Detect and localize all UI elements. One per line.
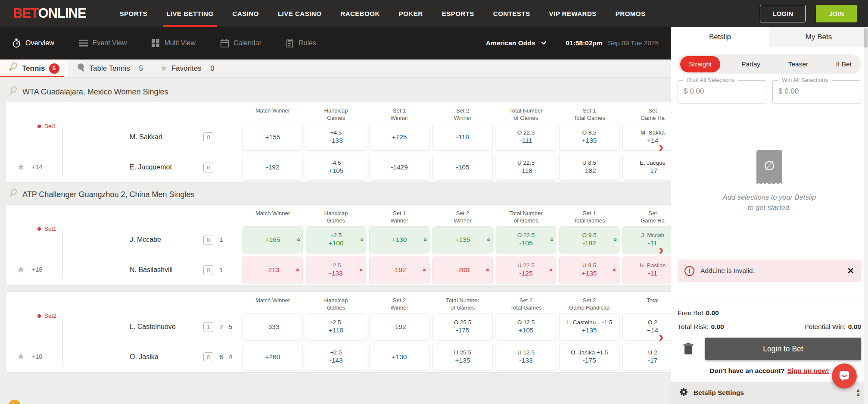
odds-cell[interactable]: -105 [432,154,493,181]
join-button[interactable]: JOIN [816,5,857,22]
toolbar-item-overview[interactable]: Overview [12,38,54,48]
risk-all-selections-field[interactable]: Risk All Selections $ 0.00 [678,80,766,103]
odds-cell[interactable]: +130» [369,226,429,253]
odds-cell[interactable]: -192 [243,154,303,181]
odds-cell[interactable]: +2.5-143 [306,344,366,370]
odds-cell[interactable]: E. Jacque-17 [622,154,671,181]
odds-cell[interactable]: -1429 [369,154,429,181]
odds-cell[interactable]: O 25.5-175 [432,313,493,340]
stake-fields: Risk All Selections $ 0.00 Win All Selec… [678,80,861,103]
odds-cell[interactable]: -213» [243,257,303,283]
nav-item-esports[interactable]: ESPORTS [442,0,474,27]
odds-cell[interactable]: -333 [243,313,303,340]
odds-cell[interactable]: -2.5-133» [306,257,366,283]
odds-cell[interactable]: +725 [369,124,429,150]
live-chat-button[interactable] [832,363,857,388]
nav-item-poker[interactable]: POKER [399,0,423,27]
odds-cell[interactable]: O 22.5-105» [496,226,556,253]
nav-item-vip-rewards[interactable]: VIP REWARDS [549,0,597,27]
odds-value: -133 [519,356,532,365]
nav-item-live-betting[interactable]: LIVE BETTING [166,0,213,27]
collapse-chevron-up-icon[interactable]: »» [856,389,859,397]
grid-icon [152,39,159,47]
odds-line-label: -2.5 [331,319,341,326]
odds-cell[interactable]: O 9.5-182» [559,226,619,253]
login-button[interactable]: LOGIN [760,5,806,22]
nav-item-live-casino[interactable]: LIVE CASINO [278,0,321,27]
odds-cell[interactable]: O 22.5-111 [496,124,556,150]
odds-cell[interactable]: U 22.5-125» [496,257,556,283]
bet-type-if-bet[interactable]: If Bet [829,56,859,72]
bet-type-teaser[interactable]: Teaser [781,56,815,72]
nav-item-sports[interactable]: SPORTS [120,0,148,27]
auth-buttons: LOGIN JOIN [760,5,857,22]
odds-cell[interactable]: +260 [243,344,303,370]
odds-cell[interactable]: -4.5+105 [306,154,366,181]
nav-item-casino[interactable]: CASINO [233,0,259,27]
odds-cell[interactable]: O. Jasika +1.5-175 [559,344,619,370]
scrollbar-thumb[interactable] [864,28,868,48]
nav-item-promos[interactable]: PROMOS [616,0,646,27]
odds-cell[interactable]: -118 [432,124,493,150]
player-name: J. Mccabe [130,236,200,244]
close-icon[interactable]: ✕ [847,266,854,276]
odds-cell[interactable]: +165» [243,226,303,253]
favorite-toggle[interactable]: ★+10 [17,352,42,361]
odds-cell[interactable]: U 9.5+135» [559,257,619,283]
more-markets-chevron[interactable]: › [659,140,663,153]
favorite-toggle[interactable]: ★+18 [17,265,42,274]
odds-column-header: Total Numberof Games [432,297,493,311]
odds-cell[interactable]: U 12.5-133 [496,344,556,370]
win-all-selections-field[interactable]: Win All Selections $ 0.00 [772,80,861,103]
odds-cell[interactable]: +130 [369,344,429,370]
odds-cell[interactable]: U 2-17 [622,344,671,370]
toolbar-item-calendar[interactable]: Calendar [221,39,261,47]
odds-cell[interactable]: L. Castelnu... -1.5+135 [559,313,619,340]
current-game-score-box: 0 [203,163,213,172]
scrollbar-track[interactable] [864,27,868,404]
toolbar-item-rules[interactable]: Rules [286,39,316,47]
odds-cell[interactable]: -2.5+110 [306,313,366,340]
more-markets-chevron[interactable]: › [659,330,663,343]
odds-cell[interactable]: +2.5+100» [306,226,366,253]
sport-tab-table-tennis[interactable]: Table Tennis 5 [68,60,152,77]
odds-cell[interactable]: -200» [432,257,493,283]
sport-tab-tennis[interactable]: Tennis 5 [0,60,68,77]
odds-cell[interactable]: +155 [243,124,303,150]
odds-cell[interactable]: -192 [369,313,429,340]
bet-type-straight[interactable]: Straight [680,56,720,72]
odds-cell[interactable]: U 8.5-182 [559,154,619,181]
set-score: 6 [219,353,223,361]
nav-item-racebook[interactable]: RACEBOOK [340,0,380,27]
favorite-toggle[interactable]: ★+14 [17,163,42,171]
sport-tab-favorites[interactable]: ★ Favorites 0 [152,60,223,77]
odds-cell[interactable]: +4.5-133 [306,124,366,150]
toolbar-item-event-view[interactable]: Event View [79,39,127,47]
odds-cell[interactable]: -192» [369,257,429,283]
sign-up-now-link[interactable]: Sign up now! [787,367,829,374]
list-icon [79,40,88,47]
odds-cell[interactable]: N. Basilas-11» [622,257,671,283]
trash-icon[interactable] [683,342,694,355]
star-icon: ★ [160,63,168,73]
betonline-logo[interactable]: BETONLINE [13,6,86,21]
odds-cell[interactable]: O 12.5+105 [496,313,556,340]
login-to-bet-button[interactable]: Login to Bet [705,338,861,360]
team-row: E. Jacquemot0-192-4.5+105-1429-105U 22.5… [6,152,671,182]
tab-betslip[interactable]: Betslip [671,27,769,47]
more-markets-chevron[interactable]: › [659,243,663,256]
odds-cell[interactable]: +135» [432,226,493,253]
set-score: 7 [219,323,223,331]
toolbar-item-multi-view[interactable]: Multi View [152,39,196,47]
bet-type-parlay[interactable]: Parlay [734,56,767,72]
trend-down-icon: » [611,268,619,272]
odds-cell[interactable]: U 22.5-118 [496,154,556,181]
match-status-label: Set1 [44,225,56,232]
logo-bet-text: BET [13,6,38,21]
potential-win: Potential Win:0.00 [804,323,861,331]
tab-my-bets[interactable]: My Bets [769,27,868,47]
odds-cell[interactable]: U 25.5+135 [432,344,493,370]
odds-format-dropdown[interactable]: American Odds [486,39,546,47]
nav-item-contests[interactable]: CONTESTS [493,0,530,27]
odds-cell[interactable]: O 8.5+135 [559,124,619,150]
